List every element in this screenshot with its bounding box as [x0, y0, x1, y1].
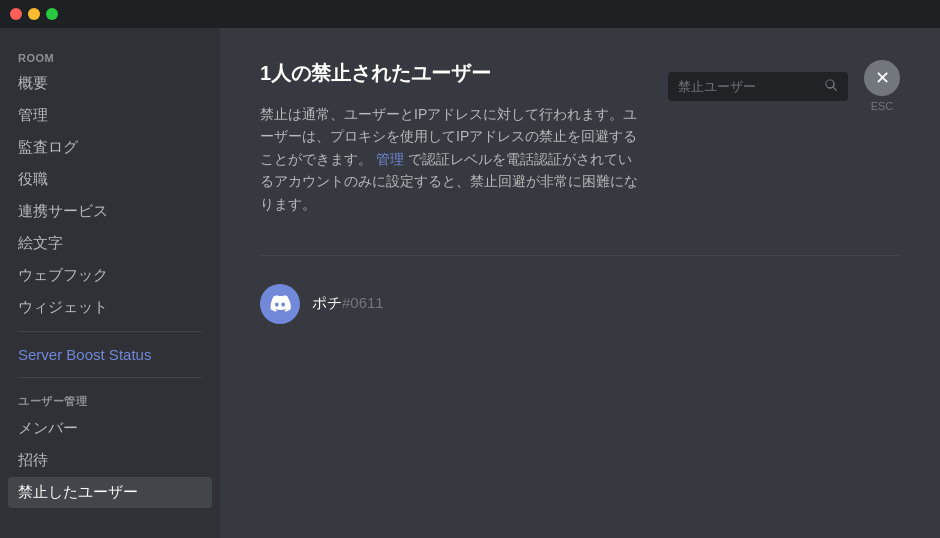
sidebar-item-server-boost[interactable]: Server Boost Status — [8, 340, 212, 369]
content-divider — [260, 255, 900, 256]
close-button[interactable]: ✕ — [864, 60, 900, 96]
sidebar-item-label: 絵文字 — [18, 234, 63, 253]
sidebar-item-widget[interactable]: ウィジェット — [8, 292, 212, 323]
discord-logo-icon — [268, 292, 292, 316]
main-content: 1人の禁止されたユーザー 禁止は通常、ユーザーとIPアドレスに対して行われます。… — [220, 28, 940, 538]
header-right: ✕ ESC — [668, 60, 900, 112]
sidebar-item-label: ウェブフック — [18, 266, 108, 285]
close-area: ✕ ESC — [864, 60, 900, 112]
sidebar-item-overview[interactable]: 概要 — [8, 68, 212, 99]
top-row: 1人の禁止されたユーザー 禁止は通常、ユーザーとIPアドレスに対して行われます。… — [260, 60, 900, 235]
sidebar-item-label: 禁止したユーザー — [18, 483, 138, 502]
description: 禁止は通常、ユーザーとIPアドレスに対して行われます。ユーザーは、プロキシを使用… — [260, 103, 644, 215]
user-name: ポチ#0611 — [312, 294, 384, 313]
room-section-label: ROOM — [8, 44, 212, 68]
esc-label: ESC — [871, 100, 894, 112]
app-body: ROOM 概要 管理 監査ログ 役職 連携サービス 絵文字 ウェブフック ウィジ… — [0, 28, 940, 538]
sidebar-divider-1 — [18, 331, 202, 332]
banned-users-list: ポチ#0611 — [260, 276, 900, 332]
sidebar-item-audit-log[interactable]: 監査ログ — [8, 132, 212, 163]
sidebar-item-emoji[interactable]: 絵文字 — [8, 228, 212, 259]
sidebar-item-label: 役職 — [18, 170, 48, 189]
description-link[interactable]: 管理 — [376, 151, 404, 167]
search-close-row: ✕ ESC — [668, 60, 900, 112]
sidebar-item-label: 連携サービス — [18, 202, 108, 221]
user-display-name: ポチ — [312, 294, 342, 311]
avatar — [260, 284, 300, 324]
sidebar-item-label: 管理 — [18, 106, 48, 125]
minimize-traffic-light[interactable] — [28, 8, 40, 20]
user-management-section-label: ユーザー管理 — [8, 386, 212, 413]
sidebar: ROOM 概要 管理 監査ログ 役職 連携サービス 絵文字 ウェブフック ウィジ… — [0, 28, 220, 538]
sidebar-item-label: ウィジェット — [18, 298, 108, 317]
sidebar-divider-2 — [18, 377, 202, 378]
server-boost-label: Server Boost Status — [18, 346, 151, 363]
table-row: ポチ#0611 — [260, 276, 900, 332]
search-icon — [824, 78, 838, 95]
search-bar[interactable] — [668, 72, 848, 101]
sidebar-item-label: メンバー — [18, 419, 78, 438]
sidebar-item-label: 招待 — [18, 451, 48, 470]
title-area: 1人の禁止されたユーザー 禁止は通常、ユーザーとIPアドレスに対して行われます。… — [260, 60, 644, 235]
sidebar-item-label: 監査ログ — [18, 138, 78, 157]
search-input[interactable] — [678, 79, 818, 94]
sidebar-item-integrations[interactable]: 連携サービス — [8, 196, 212, 227]
sidebar-item-webhooks[interactable]: ウェブフック — [8, 260, 212, 291]
sidebar-item-management[interactable]: 管理 — [8, 100, 212, 131]
user-discriminator: #0611 — [342, 294, 384, 311]
sidebar-item-label: 概要 — [18, 74, 48, 93]
title-bar — [0, 0, 940, 28]
close-icon: ✕ — [875, 67, 890, 89]
sidebar-item-roles[interactable]: 役職 — [8, 164, 212, 195]
sidebar-item-members[interactable]: メンバー — [8, 413, 212, 444]
sidebar-item-banned-users[interactable]: 禁止したユーザー — [8, 477, 212, 508]
maximize-traffic-light[interactable] — [46, 8, 58, 20]
sidebar-item-invites[interactable]: 招待 — [8, 445, 212, 476]
traffic-lights — [10, 8, 58, 20]
close-traffic-light[interactable] — [10, 8, 22, 20]
page-title: 1人の禁止されたユーザー — [260, 60, 644, 87]
